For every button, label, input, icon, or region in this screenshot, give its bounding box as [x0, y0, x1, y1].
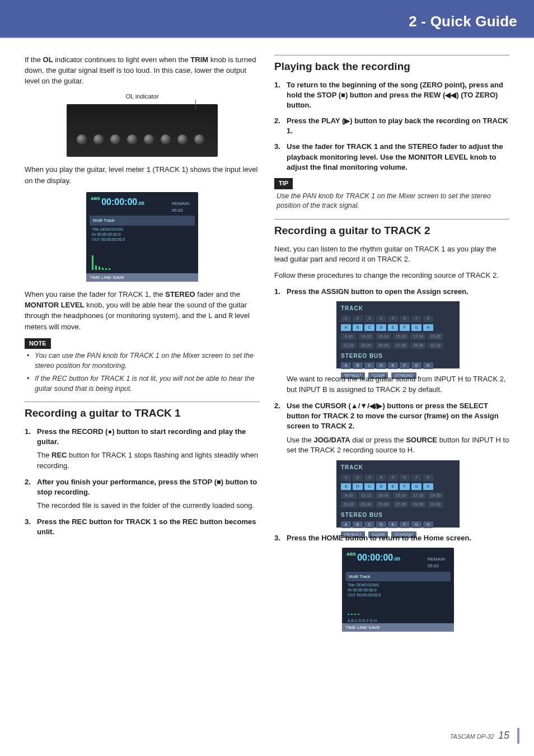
- step-item: Press the ASSIGN button to open the Assi…: [274, 287, 509, 395]
- footer-page-number: 15: [498, 730, 509, 741]
- figure-lcd-1: ABS 00:00:00.00 REMAIN05:02 Multi Track …: [86, 192, 198, 282]
- step-instr: Press the ASSIGN button to open the Assi…: [287, 287, 509, 297]
- steps-rec2: Press the ASSIGN button to open the Assi…: [274, 287, 509, 632]
- steps-rec1: Press the RECORD (●) button to start rec…: [25, 427, 260, 538]
- step-item: Use the fader for TRACK 1 and the STEREO…: [274, 142, 509, 172]
- step-item: Press the RECORD (●) button to start rec…: [25, 427, 260, 472]
- tip-pill: TIP: [274, 178, 293, 189]
- after-guitar: When you play the guitar, level meter 1 …: [25, 165, 260, 186]
- step-body: The REC button for TRACK 1 stops flashin…: [37, 450, 260, 472]
- footer: TASCAM DP-32 15: [450, 728, 509, 743]
- left-column: If the OL indicator continues to light e…: [25, 55, 260, 640]
- step-body: Use the JOG/DATA dial or press the SOURC…: [287, 435, 509, 456]
- chapter-title: 2 - Quick Guide: [409, 11, 517, 32]
- page-body: If the OL indicator continues to light e…: [0, 38, 534, 640]
- heading-rec-track1: Recording a guitar to TRACK 1: [25, 402, 260, 421]
- step-item: To return to the beginning of the song (…: [274, 80, 509, 111]
- heading-playback: Playing back the recording: [274, 55, 509, 74]
- note-item: If the REC button for TRACK 1 is not lit…: [27, 374, 260, 394]
- note-item: You can use the PAN knob for TRACK 1 on …: [27, 351, 260, 371]
- ol-caption: OL indicator: [25, 92, 260, 101]
- step-item: Press the HOME button to return to the H…: [274, 533, 509, 632]
- step-body: We want to record the lead guitar sound …: [287, 374, 509, 395]
- figure-lcd-2: ABS 00:00:00.00 REMAIN05:02 Multi Track …: [342, 548, 454, 632]
- heading-rec-track2: Recording a guitar to TRACK 2: [274, 219, 509, 239]
- step-instr: After you finish your performance, press…: [37, 477, 260, 497]
- step-item: Press the PLAY (▶) button to play back t…: [274, 116, 509, 136]
- after-fader: When you raise the fader for TRACK 1, th…: [25, 290, 260, 332]
- footer-model: TASCAM DP-32: [450, 733, 494, 740]
- intro-ol: If the OL indicator continues to light e…: [25, 55, 260, 87]
- note-list: You can use the PAN knob for TRACK 1 on …: [27, 351, 260, 394]
- step-item: Press the REC button for TRACK 1 so the …: [25, 517, 260, 537]
- step-instr: Press the RECORD (●) button to start rec…: [37, 427, 260, 447]
- step-item: Use the CURSOR (▲/▼/◀/▶) buttons or pres…: [274, 401, 509, 528]
- step-item: After you finish your performance, press…: [25, 477, 260, 511]
- rec2-intro1: Next, you can listen to the rhythm guita…: [274, 244, 509, 265]
- figure-input-panel: [67, 104, 218, 157]
- figure-assign-2: TRACK 12345678 AHCDEFGH 9-1011-1213-1415…: [336, 460, 460, 528]
- steps-playback: To return to the beginning of the song (…: [274, 80, 509, 173]
- step-instr: Use the CURSOR (▲/▼/◀/▶) buttons or pres…: [287, 401, 509, 432]
- footer-accent-bar: [517, 728, 519, 744]
- step-instr: Press the HOME button to return to the H…: [287, 533, 509, 543]
- tip-body: Use the PAN knob for TRACK 1 on the Mixe…: [277, 192, 509, 211]
- step-body: The recorded file is saved in the folder…: [37, 501, 260, 511]
- note-pill: NOTE: [25, 338, 51, 349]
- right-column: Playing back the recording To return to …: [274, 55, 509, 640]
- step-instr: Press the REC button for TRACK 1 so the …: [37, 517, 260, 537]
- rec2-intro2: Follow these procedures to change the re…: [274, 270, 509, 281]
- figure-assign-1: TRACK 12345678 HBCDEFGH 9-1011-1213-1415…: [336, 301, 460, 368]
- header-band: 2 - Quick Guide: [0, 0, 534, 38]
